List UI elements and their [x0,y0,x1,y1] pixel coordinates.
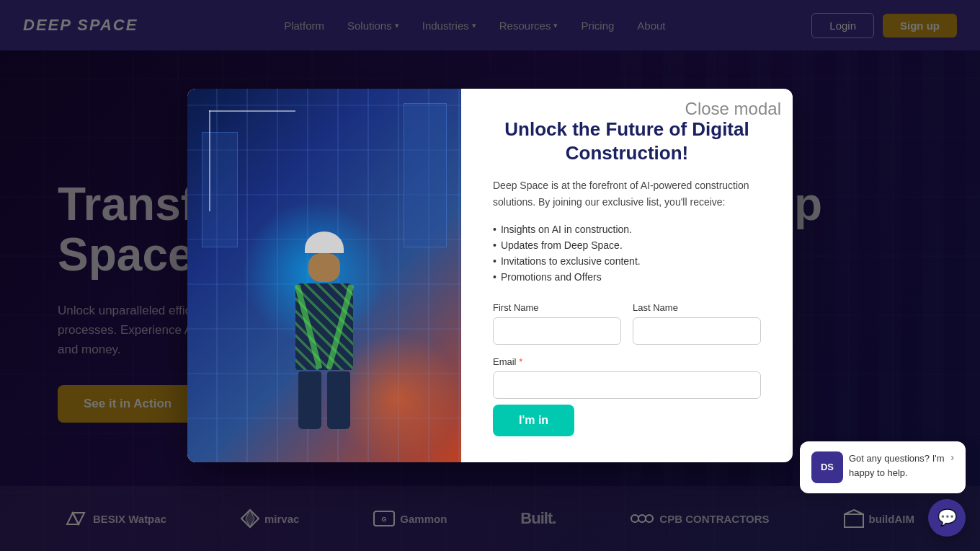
first-name-input[interactable] [493,317,621,345]
bullet-item-3: Invitations to exclusive content. [493,253,761,269]
bullet-item-4: Promotions and Offers [493,269,761,285]
email-group: Email * [493,356,761,399]
chat-bubble: DS Got any questions? I'm happy to help.… [800,441,966,493]
bullet-item-2: Updates from Deep Space. [493,237,761,253]
chat-open-button[interactable]: 💬 [928,499,966,537]
worker-figure [274,232,375,419]
modal-bullet-list: Insights on AI in construction. Updates … [493,221,761,285]
modal-dialog: Close modal Unlock the Future of Digital… [187,89,793,462]
crane-horizontal [209,110,295,112]
chat-message: Got any questions? I'm happy to help. [849,451,945,480]
building-left [202,132,238,247]
close-button[interactable]: Close modal [685,100,781,118]
worker-legs [274,371,375,429]
first-name-label: First Name [493,302,621,313]
submit-button[interactable]: I'm in [493,405,574,436]
chat-ds-logo: DS [811,451,843,483]
bullet-item-1: Insights on AI in construction. [493,221,761,237]
email-label: Email * [493,356,761,367]
modal-body: Close modal Unlock the Future of Digital… [461,89,793,462]
chat-widget: DS Got any questions? I'm happy to help.… [800,441,966,537]
last-name-group: Last Name [633,302,761,345]
worker-head [308,253,340,282]
first-name-group: First Name [493,302,621,345]
modal-title: Unlock the Future of Digital Constructio… [493,118,761,164]
modal-description: Deep Space is at the forefront of AI-pow… [493,177,761,210]
worker-body [295,283,353,370]
modal-image-panel [187,89,461,462]
required-star: * [519,356,522,367]
crane-vertical [209,110,210,211]
chat-icon: 💬 [937,508,957,527]
worker-helmet [305,232,344,253]
building-right [404,103,447,247]
name-row: First Name Last Name [493,302,761,345]
chat-close-button[interactable]: › [950,451,954,463]
email-input[interactable] [493,371,761,399]
last-name-input[interactable] [633,317,761,345]
last-name-label: Last Name [633,302,761,313]
worker-leg-left [298,371,321,429]
worker-leg-right [327,371,350,429]
